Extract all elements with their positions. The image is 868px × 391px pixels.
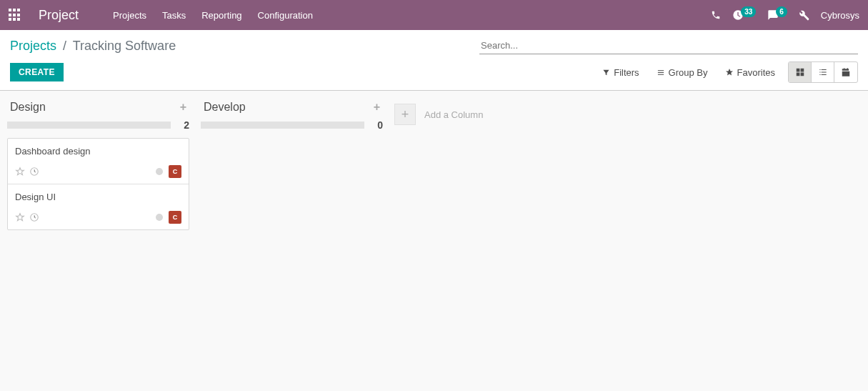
cp-row-2: CREATE Filters Group By Favorites — [0, 57, 868, 90]
groupby-button[interactable]: Group By — [657, 67, 708, 78]
star-outline-icon[interactable] — [15, 167, 25, 177]
search-input[interactable] — [479, 37, 858, 54]
column-title[interactable]: Develop — [204, 101, 246, 114]
list-icon — [657, 69, 665, 76]
card-right: C — [156, 165, 181, 178]
breadcrumb-current: Tracking Software — [73, 39, 176, 53]
status-dot[interactable] — [156, 168, 163, 175]
topnav-left: Project Projects Tasks Reporting Configu… — [9, 8, 313, 23]
favorites-button[interactable]: Favorites — [725, 67, 775, 78]
view-calendar-button[interactable] — [834, 62, 857, 82]
messages-badge: 6 — [776, 6, 787, 17]
phone-icon[interactable] — [711, 10, 721, 20]
nav-links: Projects Tasks Reporting Configuration — [113, 10, 313, 21]
nav-link-configuration[interactable]: Configuration — [258, 10, 313, 21]
topnav-right: 33 6 Cybrosys — [711, 9, 859, 21]
apps-icon[interactable] — [9, 9, 21, 21]
nav-link-reporting[interactable]: Reporting — [201, 10, 241, 21]
user-menu[interactable]: Cybrosys — [821, 10, 859, 21]
kanban-card[interactable]: Design UI C — [8, 184, 189, 229]
card-title: Design UI — [15, 192, 181, 202]
create-button[interactable]: CREATE — [10, 63, 64, 81]
column-add-icon[interactable]: + — [374, 101, 380, 114]
column-progress-bar — [7, 122, 171, 129]
column-progress-row: 2 — [7, 119, 189, 131]
kanban-board: Design + 2 Dashboard design C — [0, 91, 868, 239]
kanban-card[interactable]: Dashboard design C — [8, 139, 189, 184]
filters-button[interactable]: Filters — [602, 67, 639, 78]
column-header: Develop + — [201, 99, 383, 115]
avatar[interactable]: C — [169, 165, 181, 178]
star-outline-icon[interactable] — [15, 212, 25, 222]
list-view-icon — [818, 67, 828, 77]
kanban-column-design: Design + 2 Dashboard design C — [7, 99, 189, 230]
column-header: Design + — [7, 99, 189, 115]
favorites-label: Favorites — [737, 67, 775, 78]
cp-row-1: Projects / Tracking Software — [0, 30, 868, 57]
top-navbar: Project Projects Tasks Reporting Configu… — [0, 0, 868, 30]
timer-menu[interactable]: 33 — [732, 9, 756, 21]
column-cards: Dashboard design C Design UI — [7, 138, 189, 230]
view-kanban-button[interactable] — [789, 62, 812, 82]
column-title[interactable]: Design — [10, 101, 46, 114]
tools-icon[interactable] — [799, 10, 809, 21]
nav-link-projects[interactable]: Projects — [113, 10, 146, 21]
card-footer: C — [15, 211, 181, 224]
breadcrumb-separator: / — [60, 39, 69, 53]
clock-icon[interactable] — [29, 212, 39, 222]
column-count: 2 — [178, 119, 189, 131]
column-count: 0 — [371, 119, 383, 131]
messages-menu[interactable]: 6 — [767, 9, 787, 21]
card-right: C — [156, 211, 181, 224]
star-icon — [725, 68, 734, 76]
breadcrumb: Projects / Tracking Software — [10, 39, 176, 54]
clock-icon[interactable] — [29, 167, 39, 177]
card-icons — [15, 212, 39, 222]
timer-badge: 33 — [741, 6, 756, 17]
card-footer: C — [15, 165, 181, 178]
app-brand[interactable]: Project — [39, 8, 79, 23]
column-progress-bar — [201, 122, 364, 129]
filter-icon — [602, 69, 610, 76]
calendar-icon — [841, 67, 851, 77]
avatar[interactable]: C — [169, 211, 181, 224]
card-title: Dashboard design — [15, 146, 181, 157]
search-box[interactable] — [479, 37, 858, 54]
search-options: Filters Group By Favorites — [602, 67, 775, 78]
groupby-label: Group By — [669, 67, 708, 78]
view-switcher — [788, 61, 858, 83]
nav-link-tasks[interactable]: Tasks — [162, 10, 186, 21]
kanban-column-develop: Develop + 0 — [201, 99, 383, 131]
add-column-label: Add a Column — [424, 109, 483, 120]
card-icons — [15, 167, 39, 177]
add-column-plus-icon[interactable]: + — [394, 104, 416, 125]
view-list-button[interactable] — [812, 62, 834, 82]
filters-label: Filters — [614, 67, 639, 78]
add-column[interactable]: + Add a Column — [394, 104, 483, 125]
column-progress-row: 0 — [201, 119, 383, 131]
column-add-icon[interactable]: + — [180, 101, 186, 114]
control-panel: Projects / Tracking Software CREATE Filt… — [0, 30, 868, 91]
kanban-icon — [795, 67, 805, 77]
breadcrumb-parent[interactable]: Projects — [10, 39, 56, 53]
status-dot[interactable] — [156, 214, 163, 221]
